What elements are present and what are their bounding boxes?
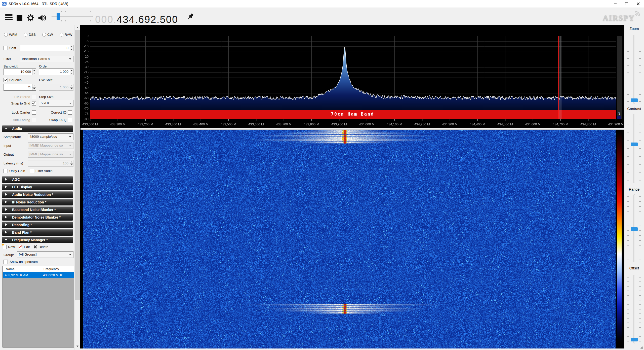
- tick: [639, 240, 641, 241]
- tick: [627, 341, 629, 341]
- tick: [627, 44, 629, 44]
- volume-slider[interactable]: [52, 11, 92, 21]
- section-label: Band Plan *: [12, 230, 32, 234]
- spectrum-waterfall-divider[interactable]: [80, 128, 624, 130]
- scrollbar-thumb[interactable]: [75, 30, 80, 300]
- section-baseband-noise-blanker[interactable]: Baseband Noise Blanker *: [2, 206, 73, 213]
- offset-slider[interactable]: [633, 275, 635, 343]
- tick: [639, 101, 641, 102]
- volume-thumb[interactable]: [57, 13, 60, 20]
- shift-input[interactable]: 0: [20, 45, 73, 51]
- volume-tick: [65, 11, 66, 12]
- spectrum-display[interactable]: [80, 25, 624, 130]
- order-input[interactable]: 1 000: [39, 68, 73, 75]
- section-fft-display[interactable]: FFT Display: [2, 184, 73, 190]
- pin-button[interactable]: [186, 12, 195, 21]
- minimize-button[interactable]: [609, 0, 621, 8]
- unity-gain-checkbox[interactable]: [4, 169, 8, 173]
- section-recording[interactable]: Recording *: [2, 222, 73, 228]
- show-on-spectrum-checkbox[interactable]: [4, 260, 8, 264]
- zoom-label: Zoom: [624, 27, 644, 31]
- section-label: IF Noise Reduction *: [12, 200, 46, 204]
- scroll-down-icon[interactable]: [75, 344, 80, 348]
- close-button[interactable]: [632, 0, 644, 8]
- mode-dsb[interactable]: DSB: [24, 33, 36, 37]
- delete-button[interactable]: Delete: [34, 245, 48, 249]
- zoom-slider-thumb[interactable]: [631, 98, 638, 102]
- snap-to-grid-checkbox[interactable]: [32, 101, 36, 106]
- tick: [639, 206, 641, 207]
- tick: [639, 250, 641, 250]
- section-frequency-manager[interactable]: Frequency Manager *: [2, 237, 73, 243]
- tick: [627, 37, 629, 37]
- swap-iq-checkbox[interactable]: [68, 118, 72, 122]
- group-select[interactable]: [All Groups]: [17, 251, 73, 258]
- volume-tick: [90, 20, 91, 21]
- new-button[interactable]: New: [3, 245, 15, 249]
- tick: [627, 58, 629, 59]
- section-band-plan[interactable]: Band Plan *: [2, 229, 73, 236]
- menu-button[interactable]: [5, 14, 13, 21]
- volume-tick: [82, 20, 82, 21]
- fm-stereo-checkbox: [32, 95, 36, 99]
- edit-entry-icon: [19, 245, 22, 249]
- lock-carrier-checkbox[interactable]: [32, 110, 36, 115]
- contrast-slider-thumb[interactable]: [631, 143, 638, 146]
- section-agc[interactable]: AGC: [2, 176, 73, 183]
- titlebar[interactable]: SDR# v1.0.0.1664 - RTL-SDR (USB): [0, 0, 644, 8]
- tick: [639, 260, 641, 260]
- section-audio-noise-reduction[interactable]: Audio Noise Reduction *: [2, 191, 73, 198]
- tick: [627, 245, 629, 246]
- demod-mode-row: WFMDSBCWRAW: [4, 32, 72, 37]
- correct-iq-checkbox[interactable]: [68, 110, 72, 115]
- maximize-button[interactable]: [621, 0, 632, 8]
- section-if-noise-reduction[interactable]: IF Noise Reduction *: [2, 199, 73, 205]
- radio-waves-icon: [634, 10, 641, 16]
- frequency-table[interactable]: Name Frequency 433,92 MHz AM433,920 MHz: [3, 266, 74, 347]
- waterfall-display[interactable]: [80, 130, 624, 348]
- audio-section-header[interactable]: Audio: [2, 125, 73, 132]
- frequency-display[interactable]: 000.434.692.500: [95, 14, 178, 25]
- tick: [627, 94, 629, 95]
- maximize-icon: [625, 2, 628, 5]
- table-row[interactable]: 433,92 MHz AM433,920 MHz: [3, 272, 74, 278]
- filter-audio-label: Filter Audio: [35, 169, 53, 173]
- speaker-icon: [38, 15, 46, 21]
- zoom-slider[interactable]: [633, 35, 635, 104]
- radio-icon: [42, 33, 46, 37]
- contrast-slider[interactable]: [633, 114, 635, 183]
- range-slider-thumb[interactable]: [631, 227, 638, 231]
- edit-button[interactable]: Edit: [19, 245, 30, 249]
- shift-checkbox[interactable]: [4, 46, 8, 50]
- squelch-input[interactable]: 71: [4, 84, 36, 91]
- scroll-up-icon[interactable]: [75, 25, 80, 30]
- filter-audio-checkbox[interactable]: [30, 169, 34, 173]
- tick: [627, 172, 629, 173]
- offset-slider-thumb[interactable]: [631, 338, 638, 341]
- stop-button[interactable]: [17, 15, 22, 21]
- tick: [639, 148, 641, 149]
- mode-raw[interactable]: RAW: [60, 33, 72, 37]
- settings-button[interactable]: [27, 14, 35, 22]
- filter-select[interactable]: Blackman-Harris 4: [20, 56, 73, 62]
- tick: [627, 181, 629, 181]
- squelch-checkbox[interactable]: [4, 78, 8, 82]
- app-icon: [2, 2, 7, 6]
- tick: [639, 341, 641, 341]
- collapsed-arrow-icon: [5, 223, 7, 226]
- bandwidth-input[interactable]: 10 000: [4, 68, 36, 75]
- tick: [639, 221, 641, 221]
- mute-button[interactable]: [38, 14, 46, 22]
- sidebar-scrollbar[interactable]: [74, 25, 80, 350]
- mode-wfm[interactable]: WFM: [4, 33, 17, 37]
- section-demodulator-noise-blanker[interactable]: Demodulator Noise Blanker *: [2, 214, 73, 221]
- samplerate-select[interactable]: 48000 sample/sec: [28, 133, 73, 140]
- resize-grip-icon[interactable]: [639, 346, 643, 349]
- step-size-select[interactable]: 5 kHz: [39, 100, 73, 107]
- window-title: SDR# v1.0.0.1664 - RTL-SDR (USB): [9, 2, 68, 6]
- tick: [639, 211, 641, 212]
- mode-cw[interactable]: CW: [42, 33, 53, 37]
- shift-spinner[interactable]: [70, 45, 73, 51]
- tick: [639, 277, 641, 277]
- section-label: Baseband Noise Blanker *: [12, 208, 56, 212]
